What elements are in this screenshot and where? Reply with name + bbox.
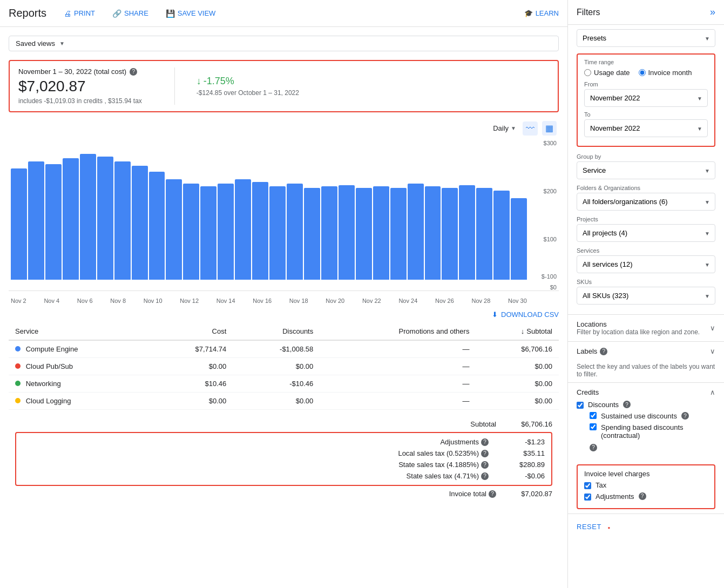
- invoice-total-info-icon[interactable]: ?: [489, 490, 496, 498]
- folders-select[interactable]: All folders/organizations (6): [577, 193, 715, 211]
- chart-bar[interactable]: [97, 157, 113, 280]
- spending-checkbox-row: Spending based discounts(contractual): [577, 423, 715, 440]
- chart-bar[interactable]: [149, 172, 165, 280]
- chevron-down-icon: ▼: [59, 40, 65, 46]
- learn-button[interactable]: 🎓 LEARN: [524, 9, 559, 17]
- reset-button[interactable]: RESET: [577, 521, 601, 533]
- time-range-radio-group: Usage date Invoice month: [584, 69, 708, 77]
- table-row: Compute Engine $7,714.74 -$1,008.58 — $6…: [9, 340, 559, 358]
- from-date-select[interactable]: November 2022: [584, 89, 708, 107]
- sustained-info-icon[interactable]: ?: [681, 412, 689, 420]
- invoice-charges-box: Invoice level charges Tax Adjustments ?: [577, 464, 715, 509]
- discounts-col-header: Discounts: [233, 323, 320, 340]
- chart-bar[interactable]: [408, 184, 424, 280]
- chart-bar[interactable]: [235, 179, 251, 280]
- chart-bar[interactable]: [442, 188, 458, 280]
- share-icon: 🔗: [112, 9, 121, 18]
- sustained-checkbox[interactable]: [590, 412, 597, 419]
- bar-chart-button[interactable]: ▦: [542, 121, 557, 136]
- table-row: Cloud Pub/Sub $0.00 $0.00 — $0.00: [9, 358, 559, 375]
- chart-bar[interactable]: [28, 161, 44, 280]
- state-tax1-info-icon[interactable]: ?: [481, 461, 489, 469]
- cost-change-detail: -$124.85 over October 1 – 31, 2022: [197, 89, 299, 97]
- adjustments-info-icon[interactable]: ?: [481, 438, 489, 446]
- chart-bar[interactable]: [390, 188, 407, 280]
- locations-title: Locations: [577, 320, 700, 328]
- spending-checkbox[interactable]: [590, 423, 597, 430]
- usage-date-radio[interactable]: Usage date: [584, 69, 630, 77]
- adjustments-checkbox[interactable]: [584, 494, 591, 501]
- chart-bar[interactable]: [425, 186, 441, 280]
- chart-bar[interactable]: [80, 154, 96, 280]
- chart-bar[interactable]: [476, 188, 492, 280]
- chart-bar[interactable]: [218, 184, 234, 280]
- cost-col-header: Cost: [150, 323, 233, 340]
- skus-select[interactable]: All SKUs (323): [577, 287, 715, 305]
- services-select[interactable]: All services (12): [577, 255, 715, 273]
- chart-bar[interactable]: [200, 186, 216, 280]
- download-csv-button[interactable]: ⬇ DOWNLOAD CSV: [492, 310, 559, 319]
- share-button[interactable]: 🔗 SHARE: [108, 7, 153, 20]
- chart-bar[interactable]: [114, 161, 131, 280]
- local-tax-info-icon[interactable]: ?: [481, 450, 489, 457]
- collapse-filters-button[interactable]: »: [710, 6, 715, 18]
- skus-section: SKUs All SKUs (323): [577, 279, 715, 305]
- time-range-label: Time range: [584, 59, 708, 65]
- subtotal-cell: $0.00: [476, 358, 559, 375]
- invoice-month-radio[interactable]: Invoice month: [639, 69, 692, 77]
- chart-bar[interactable]: [269, 186, 286, 280]
- chart-bar[interactable]: [132, 166, 148, 280]
- cost-amount: $7,020.87: [18, 78, 142, 95]
- discounts-cell: $0.00: [233, 393, 320, 410]
- locations-section[interactable]: Locations Filter by location data like r…: [568, 314, 724, 341]
- to-date-select[interactable]: November 2022: [584, 119, 708, 137]
- chart-bar[interactable]: [493, 191, 510, 280]
- spending-info-icon[interactable]: ?: [590, 444, 597, 451]
- projects-select[interactable]: All projects (4): [577, 224, 715, 242]
- cost-change-pct: ↓ -1.75%: [197, 76, 299, 87]
- chart-bar[interactable]: [166, 179, 182, 280]
- presets-select[interactable]: Presets: [577, 29, 715, 47]
- subtotal-cell: $0.00: [476, 393, 559, 410]
- chart-bar[interactable]: [45, 164, 62, 280]
- print-button[interactable]: 🖨 PRINT: [59, 7, 99, 20]
- adjustments-charges-info-icon[interactable]: ?: [639, 492, 646, 500]
- chart-bar[interactable]: [511, 198, 527, 280]
- chart-bar[interactable]: [63, 158, 79, 280]
- chart-bar[interactable]: [252, 182, 268, 280]
- discounts-info-icon[interactable]: ?: [623, 401, 631, 408]
- line-chart-button[interactable]: 〰: [523, 121, 538, 136]
- tax-checkbox[interactable]: [584, 482, 591, 489]
- discounts-checkbox-row: Discounts ?: [577, 401, 715, 409]
- state-tax2-info-icon[interactable]: ?: [481, 472, 489, 480]
- chart-bar[interactable]: [459, 185, 475, 280]
- filters-title: Filters: [577, 8, 600, 17]
- saved-views-dropdown[interactable]: Saved views ▼: [9, 36, 559, 51]
- labels-info-icon[interactable]: ?: [600, 348, 607, 355]
- service-name: Cloud Pub/Sub: [26, 362, 73, 370]
- period-info-icon[interactable]: ?: [130, 68, 137, 76]
- chart-bar[interactable]: [321, 186, 337, 280]
- adjustments-checkbox-row: Adjustments ?: [584, 492, 708, 501]
- chart-bar[interactable]: [183, 184, 199, 280]
- chart-bar[interactable]: [287, 184, 303, 280]
- chart-bar[interactable]: [373, 186, 389, 280]
- labels-section: Labels ? ∨ Select the key and values of …: [568, 341, 724, 382]
- chart-bar[interactable]: [356, 188, 372, 280]
- service-color-dot: [15, 363, 21, 369]
- chart-bar[interactable]: [304, 188, 320, 280]
- chart-bar[interactable]: [11, 168, 27, 280]
- labels-header[interactable]: Labels ? ∨: [568, 341, 724, 361]
- chart-bar[interactable]: [339, 185, 355, 280]
- credits-header[interactable]: Credits ∧: [577, 388, 715, 396]
- group-by-select[interactable]: Service: [577, 161, 715, 179]
- adjustments-row: Adjustments ? -$1.23: [23, 436, 545, 448]
- save-view-button[interactable]: 💾 SAVE VIEW: [161, 7, 220, 20]
- invoice-total-row: Invoice total ? $7,020.87: [15, 488, 552, 499]
- highlighted-summary: Adjustments ? -$1.23 Local sales tax (0.…: [15, 432, 552, 486]
- promotions-cell: —: [320, 358, 476, 375]
- cost-includes: includes -$1,019.03 in credits , $315.94…: [18, 97, 142, 105]
- service-name: Compute Engine: [26, 345, 78, 353]
- discounts-checkbox[interactable]: [577, 402, 584, 409]
- chart-interval-select[interactable]: Daily ▼: [491, 122, 518, 134]
